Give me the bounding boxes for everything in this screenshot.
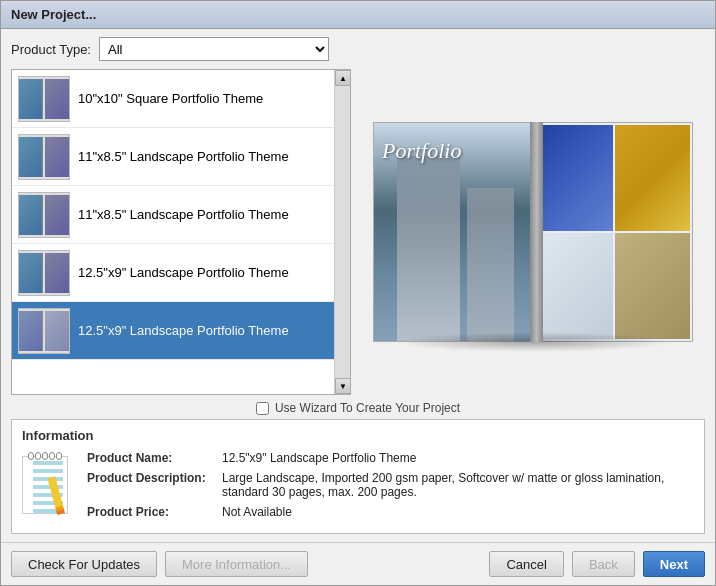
list-item[interactable]: 11"x8.5" Landscape Portfolio Theme <box>12 186 334 244</box>
scroll-up-btn[interactable]: ▲ <box>335 70 350 86</box>
dialog: New Project... Product Type: All Books A… <box>0 0 716 586</box>
photo-2 <box>615 125 690 231</box>
product-name-row: Product Name: 12.5"x9" Landscape Portfol… <box>87 451 694 465</box>
list-item[interactable]: 12.5"x9" Landscape Portfolio Theme <box>12 244 334 302</box>
book-right-page <box>536 122 693 342</box>
photo-3 <box>538 233 613 339</box>
scrollbar[interactable]: ▲ ▼ <box>334 70 350 394</box>
dialog-title: New Project... <box>1 1 715 29</box>
product-desc-row: Product Description: Large Landscape, Im… <box>87 471 694 499</box>
photo-4 <box>615 233 690 339</box>
product-desc-label: Product Description: <box>87 471 222 485</box>
notepad <box>22 456 68 514</box>
product-price-row: Product Price: Not Available <box>87 505 694 519</box>
preview-area: Portfolio <box>361 69 705 395</box>
scroll-thumb[interactable] <box>335 86 350 378</box>
back-button[interactable]: Back <box>572 551 635 577</box>
list-item-thumb <box>18 250 70 296</box>
list-item-thumb <box>18 308 70 354</box>
photo-1 <box>538 125 613 231</box>
product-type-select[interactable]: All Books Albums Calendars Cards <box>99 37 329 61</box>
ring-1 <box>28 452 34 460</box>
product-name-label: Product Name: <box>87 451 222 465</box>
portfolio-text: Portfolio <box>382 138 461 164</box>
info-icon <box>22 451 77 521</box>
product-name-value: 12.5"x9" Landscape Portfolio Theme <box>222 451 694 465</box>
list-item-label: 11"x8.5" Landscape Portfolio Theme <box>78 149 328 164</box>
scroll-down-btn[interactable]: ▼ <box>335 378 350 394</box>
list-item-label: 12.5"x9" Landscape Portfolio Theme <box>78 265 328 280</box>
wizard-label: Use Wizard To Create Your Project <box>275 401 460 415</box>
list-item-selected[interactable]: 12.5"x9" Landscape Portfolio Theme <box>12 302 334 360</box>
next-button[interactable]: Next <box>643 551 705 577</box>
product-type-row: Product Type: All Books Albums Calendars… <box>1 29 715 69</box>
product-desc-value: Large Landscape, Imported 200 gsm paper,… <box>222 471 694 499</box>
ring-3 <box>42 452 48 460</box>
ring-5 <box>56 452 62 460</box>
list-item-thumb <box>18 76 70 122</box>
list-item[interactable]: 11"x8.5" Landscape Portfolio Theme <box>12 128 334 186</box>
book-left-page: Portfolio <box>373 122 530 342</box>
wizard-checkbox[interactable] <box>256 402 269 415</box>
list-item-label: 11"x8.5" Landscape Portfolio Theme <box>78 207 328 222</box>
line-1 <box>33 461 63 465</box>
bottom-bar: Check For Updates More Information... Ca… <box>1 542 715 585</box>
book-spine <box>530 122 543 342</box>
list-item[interactable]: 10"x10" Square Portfolio Theme <box>12 70 334 128</box>
ring-2 <box>35 452 41 460</box>
product-price-label: Product Price: <box>87 505 222 519</box>
check-updates-button[interactable]: Check For Updates <box>11 551 157 577</box>
theme-list-scroll[interactable]: 10"x10" Square Portfolio Theme 11"x8.5" … <box>12 70 334 394</box>
theme-list-container: 10"x10" Square Portfolio Theme 11"x8.5" … <box>11 69 351 395</box>
line-2 <box>33 469 63 473</box>
wizard-row: Use Wizard To Create Your Project <box>1 395 715 419</box>
information-section: Information <box>11 419 705 534</box>
cancel-button[interactable]: Cancel <box>489 551 563 577</box>
product-price-value: Not Available <box>222 505 694 519</box>
list-item-thumb <box>18 134 70 180</box>
ring-4 <box>49 452 55 460</box>
more-info-button[interactable]: More Information... <box>165 551 308 577</box>
preview-book: Portfolio <box>373 122 693 342</box>
info-fields: Product Name: 12.5"x9" Landscape Portfol… <box>87 451 694 525</box>
list-item-label: 10"x10" Square Portfolio Theme <box>78 91 328 106</box>
list-item-label: 12.5"x9" Landscape Portfolio Theme <box>78 323 328 338</box>
list-item-thumb <box>18 192 70 238</box>
info-title: Information <box>22 428 694 443</box>
title-text: New Project... <box>11 7 96 22</box>
product-type-label: Product Type: <box>11 42 91 57</box>
main-area: 10"x10" Square Portfolio Theme 11"x8.5" … <box>1 69 715 395</box>
info-body: Product Name: 12.5"x9" Landscape Portfol… <box>22 451 694 525</box>
